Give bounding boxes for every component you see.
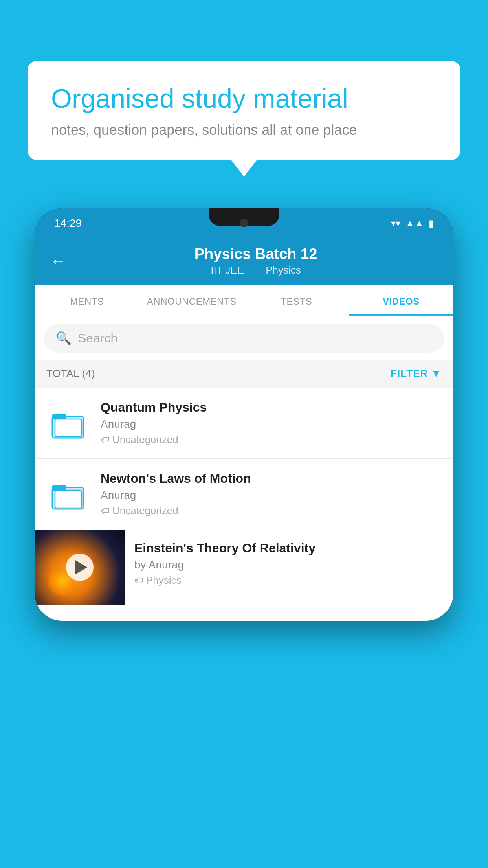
filter-icon: ▼ [431,368,442,380]
video-info-quantum: Quantum Physics Anurag 🏷 Uncategorized [101,400,442,446]
signal-icon: ▲▲ [405,218,424,229]
video-title: Einstein's Theory Of Relativity [134,541,444,555]
filter-button[interactable]: FILTER ▼ [391,368,442,380]
search-icon: 🔍 [56,331,72,346]
phone-container: 14:29 ▾▾ ▲▲ ▮ ← Physics Batch 12 IIT JEE… [35,208,453,868]
tab-ments[interactable]: MENTS [35,285,139,316]
speech-bubble: Organised study material notes, question… [28,61,460,160]
video-thumb-quantum [46,401,90,445]
video-list: Quantum Physics Anurag 🏷 Uncategorized [35,388,453,605]
wifi-icon: ▾▾ [391,218,400,229]
video-thumb-newton [46,473,90,516]
tag-icon: 🏷 [101,435,109,445]
tag-icon: 🏷 [134,576,143,586]
camera-dot [240,219,248,227]
video-author: by Anurag [134,559,444,571]
tab-tests[interactable]: TESTS [244,285,349,316]
video-thumbnail-einstein [35,530,125,605]
play-button[interactable] [66,554,94,581]
status-time: 14:29 [54,217,82,230]
speech-bubble-container: Organised study material notes, question… [28,61,460,160]
video-author: Anurag [101,418,442,430]
filter-row: TOTAL (4) FILTER ▼ [35,360,453,388]
list-item[interactable]: Quantum Physics Anurag 🏷 Uncategorized [35,388,453,459]
tag-label: Physics [146,574,182,587]
video-title: Quantum Physics [101,400,442,415]
status-icons: ▾▾ ▲▲ ▮ [391,218,434,229]
video-author: Anurag [101,489,442,502]
tabs-bar: MENTS ANNOUNCEMENTS TESTS VIDEOS [35,285,453,316]
tag-label: Uncategorized [112,434,178,446]
video-info-einstein: Einstein's Theory Of Relativity by Anura… [125,530,453,598]
video-tag: 🏷 Physics [134,574,444,587]
tag-icon: 🏷 [101,506,109,516]
svg-rect-2 [55,419,82,437]
speech-bubble-subtext: notes, question papers, solutions all at… [51,122,437,138]
phone-bottom-padding [35,605,453,621]
battery-icon: ▮ [429,218,434,229]
header-title: Physics Batch 12 [74,246,438,263]
svg-rect-5 [55,490,82,508]
video-title: Newton's Laws of Motion [101,471,442,486]
back-button[interactable]: ← [50,252,66,270]
app-header: ← Physics Batch 12 IIT JEE Physics [35,238,453,285]
tab-videos[interactable]: VIDEOS [349,285,454,316]
phone: 14:29 ▾▾ ▲▲ ▮ ← Physics Batch 12 IIT JEE… [35,208,453,621]
list-item[interactable]: Newton's Laws of Motion Anurag 🏷 Uncateg… [35,459,453,530]
search-input[interactable]: Search [78,331,117,346]
folder-icon [50,476,86,512]
video-tag: 🏷 Uncategorized [101,434,442,446]
total-count-label: TOTAL (4) [46,368,95,380]
status-bar: 14:29 ▾▾ ▲▲ ▮ [35,208,453,238]
header-subtitle: IIT JEE Physics [74,264,438,276]
header-subtitle-part2: Physics [266,264,301,276]
list-item[interactable]: Einstein's Theory Of Relativity by Anura… [35,530,453,605]
filter-label: FILTER [391,368,428,380]
video-info-newton: Newton's Laws of Motion Anurag 🏷 Uncateg… [101,471,442,517]
speech-bubble-heading: Organised study material [51,83,437,115]
search-container: 🔍 Search [35,316,453,360]
search-bar[interactable]: 🔍 Search [44,324,444,353]
folder-icon [50,405,86,441]
video-tag: 🏷 Uncategorized [101,505,442,517]
tab-announcements[interactable]: ANNOUNCEMENTS [139,285,244,316]
tag-label: Uncategorized [112,505,178,517]
header-subtitle-part1: IIT JEE [211,264,244,276]
header-title-section: Physics Batch 12 IIT JEE Physics [74,246,438,276]
